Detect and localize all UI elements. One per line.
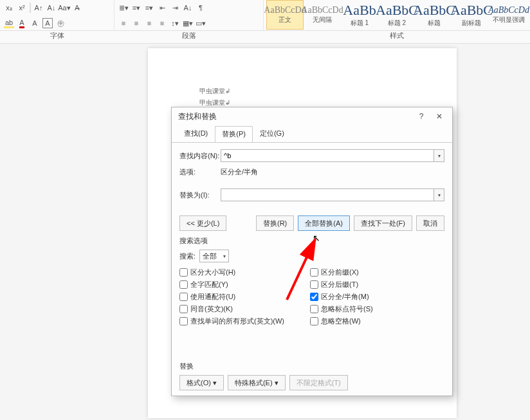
check-忽略标点符号(S)[interactable]: 忽略标点符号(S) <box>310 304 373 314</box>
check-区分后缀(T)[interactable]: 区分后缀(T) <box>310 280 373 289</box>
options-label: 选项: <box>179 167 221 177</box>
align-right-icon[interactable]: ≡ <box>144 18 154 28</box>
check-label: 查找单词的所有形式(英文)(W) <box>190 316 284 326</box>
replace-section-title: 替换 <box>179 361 444 371</box>
align-left-icon[interactable]: ≡ <box>118 18 129 28</box>
check-忽略空格(W)[interactable]: 忽略空格(W) <box>310 316 373 326</box>
cancel-button[interactable]: 取消 <box>416 215 444 231</box>
multilevel-icon[interactable]: ≡▾ <box>144 3 154 13</box>
subscript-icon[interactable]: x² <box>17 3 27 13</box>
check-区分全/半角(M)[interactable]: 区分全/半角(M) <box>310 292 373 302</box>
style-name: 标题 1 <box>351 19 369 28</box>
tab-strip: 查找(D) 替换(P) 定位(G) <box>172 125 452 142</box>
borders-icon[interactable]: ▭▾ <box>196 18 206 28</box>
style-preview: AaBbC <box>413 2 455 19</box>
char-shading-icon[interactable]: A <box>30 18 40 28</box>
style-tile-标题 2[interactable]: AaBbC标题 2 <box>378 0 416 30</box>
increase-font-icon[interactable]: A↑ <box>33 3 44 13</box>
replace-with-label: 替换为(I): <box>179 190 221 200</box>
checkbox[interactable] <box>310 305 318 313</box>
paragraph-group: ≣▾ ≡▾ ≡▾ ⇤ ⇥ A↓ ¶ ≡ ≡ ≡ ≡ ↕▾ ▦▾ ▭▾ ↘ <box>114 0 264 30</box>
checkbox[interactable] <box>310 293 318 301</box>
dialog-body: 查找内容(N): ▾ 选项: 区分全/半角 替换为(I): ▾ << 更少(L)… <box>172 142 452 396</box>
tab-replace[interactable]: 替换(P) <box>215 126 253 143</box>
special-format-button[interactable]: 特殊格式(E) ▾ <box>228 375 286 390</box>
replace-input[interactable] <box>221 188 434 201</box>
style-tile-副标题[interactable]: AaBbC副标题 <box>453 0 490 30</box>
style-tile-标题 1[interactable]: AaBb标题 1 <box>341 0 378 30</box>
check-label: 区分大小写(H) <box>190 268 235 277</box>
check-使用通配符(U)[interactable]: 使用通配符(U) <box>179 292 284 302</box>
change-case-icon[interactable]: Aa▾ <box>59 3 69 13</box>
find-input[interactable] <box>221 149 434 162</box>
shading-icon[interactable]: ▦▾ <box>183 18 193 28</box>
check-label: 使用通配符(U) <box>190 292 235 302</box>
char-border-icon[interactable]: A <box>42 18 53 28</box>
check-label: 区分全/半角(M) <box>321 292 369 302</box>
check-全字匹配(Y)[interactable]: 全字匹配(Y) <box>179 280 284 289</box>
find-next-button[interactable]: 查找下一处(F) <box>354 215 412 231</box>
checkbox[interactable] <box>179 317 188 325</box>
check-label: 同音(英文)(K) <box>190 304 233 314</box>
check-查找单词的所有形式(英文)(W)[interactable]: 查找单词的所有形式(英文)(W) <box>179 316 284 326</box>
style-name: 正文 <box>279 15 291 24</box>
sort-icon[interactable]: A↓ <box>183 3 193 13</box>
less-button[interactable]: << 更少(L) <box>179 215 226 231</box>
check-区分大小写(H)[interactable]: 区分大小写(H) <box>179 268 284 277</box>
dialog-titlebar: 查找和替换 ? ✕ <box>172 107 452 125</box>
style-preview: AaBbCcDd <box>488 5 529 15</box>
show-marks-icon[interactable]: ¶ <box>196 3 206 13</box>
enclose-icon[interactable]: ㊥ <box>55 18 66 28</box>
checkbox[interactable] <box>179 293 188 301</box>
doc-line: 甲虫课堂↲ <box>199 98 425 107</box>
no-format-button[interactable]: 不限定格式(T) <box>289 375 348 390</box>
dialog-title: 查找和替换 <box>178 111 217 122</box>
font-color-icon[interactable]: A <box>17 18 27 28</box>
numbering-icon[interactable]: ≡▾ <box>131 3 142 13</box>
style-tile-正文[interactable]: AaBbCcDd正文 <box>266 0 304 30</box>
close-button[interactable]: ✕ <box>430 109 448 124</box>
decrease-font-icon[interactable]: A↓ <box>46 3 57 13</box>
highlight-icon[interactable]: ab <box>4 18 14 28</box>
ribbon-group-labels: 字体 段落 样式 <box>0 31 530 44</box>
help-button[interactable]: ? <box>412 109 430 124</box>
clear-format-icon[interactable]: A̶ <box>72 3 82 13</box>
style-tile-无间隔[interactable]: AaBbCcDd无间隔 <box>304 0 341 30</box>
style-tile-标题[interactable]: AaBbC标题 <box>416 0 453 30</box>
replace-all-button[interactable]: 全部替换(A) <box>298 215 350 231</box>
increase-indent-icon[interactable]: ⇥ <box>170 3 180 13</box>
check-label: 区分前缀(X) <box>321 268 359 277</box>
sep <box>30 3 31 13</box>
align-justify-icon[interactable]: ≡ <box>157 18 167 28</box>
search-direction-select[interactable]: 全部 ▾ <box>199 250 229 262</box>
format-button[interactable]: 格式(O) ▾ <box>179 375 224 390</box>
search-options-title: 搜索选项 <box>179 236 444 246</box>
replace-history-dropdown[interactable]: ▾ <box>434 188 444 201</box>
align-center-icon[interactable]: ≡ <box>131 18 142 28</box>
line-spacing-icon[interactable]: ↕▾ <box>170 18 180 28</box>
style-preview: AaBbC <box>376 2 418 19</box>
checkbox[interactable] <box>310 268 318 277</box>
tab-goto[interactable]: 定位(G) <box>253 125 291 142</box>
check-同音(英文)(K)[interactable]: 同音(英文)(K) <box>179 304 284 314</box>
checkbox[interactable] <box>310 280 318 289</box>
search-checkboxes: 区分大小写(H)全字匹配(Y)使用通配符(U)同音(英文)(K)查找单词的所有形… <box>179 268 444 326</box>
superscript-icon[interactable]: x₂ <box>4 3 14 13</box>
style-name: 副标题 <box>462 19 481 28</box>
check-区分前缀(X)[interactable]: 区分前缀(X) <box>310 268 373 277</box>
replace-button[interactable]: 替换(R) <box>256 215 294 231</box>
checkbox[interactable] <box>179 305 188 313</box>
decrease-indent-icon[interactable]: ⇤ <box>157 3 167 13</box>
find-history-dropdown[interactable]: ▾ <box>434 149 444 162</box>
checkbox[interactable] <box>179 280 188 289</box>
checkbox[interactable] <box>310 317 318 325</box>
chevron-down-icon: ▾ <box>223 253 226 259</box>
checkbox[interactable] <box>179 268 188 277</box>
style-tile-不明显强调[interactable]: AaBbCcDd不明显强调 <box>490 0 527 30</box>
bullets-icon[interactable]: ≣▾ <box>118 3 129 13</box>
tab-find[interactable]: 查找(D) <box>177 125 215 142</box>
check-label: 忽略空格(W) <box>321 316 361 326</box>
para-group-label: 段落 <box>114 31 264 43</box>
search-direction-label: 搜索: <box>179 251 196 261</box>
style-preview: AaBbCcDd <box>301 5 343 15</box>
